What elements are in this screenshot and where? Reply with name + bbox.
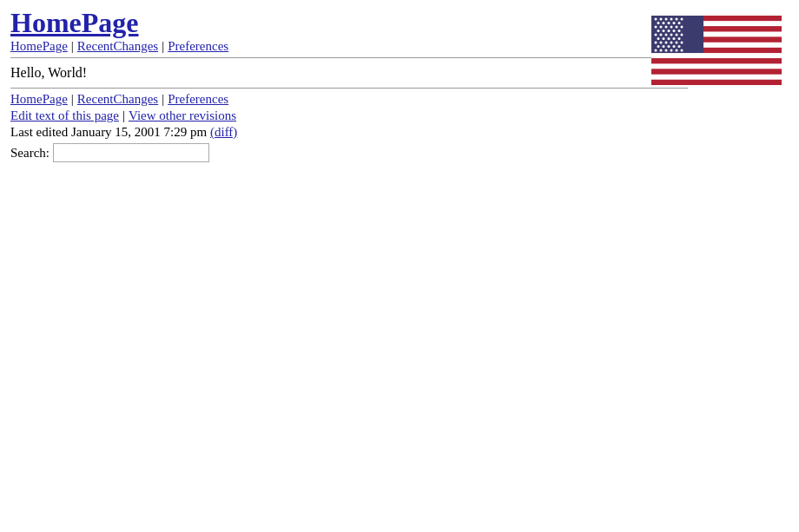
search-label: Search: <box>10 146 50 161</box>
svg-point-58 <box>655 49 657 52</box>
nav-sep-2: | <box>162 39 164 54</box>
svg-point-40 <box>676 34 678 36</box>
svg-point-39 <box>670 34 673 36</box>
svg-point-21 <box>663 22 665 24</box>
svg-point-56 <box>673 45 676 48</box>
diff-link[interactable]: (diff) <box>210 125 237 139</box>
svg-point-14 <box>655 18 657 21</box>
svg-point-47 <box>655 42 657 44</box>
svg-point-18 <box>676 18 678 21</box>
svg-point-51 <box>676 42 678 44</box>
svg-point-53 <box>657 45 660 48</box>
svg-rect-11 <box>651 75 782 80</box>
footer-nav-homepage[interactable]: HomePage <box>10 92 68 107</box>
svg-rect-12 <box>651 80 782 85</box>
svg-point-63 <box>681 49 683 52</box>
svg-point-38 <box>665 34 668 36</box>
nav-homepage[interactable]: HomePage <box>10 39 68 54</box>
footer-nav-recentchanges[interactable]: RecentChanges <box>77 92 158 107</box>
svg-rect-9 <box>651 63 782 69</box>
svg-point-44 <box>668 37 670 40</box>
search-row: Search: <box>10 143 789 162</box>
nav-preferences[interactable]: Preferences <box>168 39 228 54</box>
svg-point-45 <box>673 37 676 40</box>
svg-point-35 <box>678 30 681 32</box>
svg-point-27 <box>665 26 668 29</box>
svg-point-23 <box>673 22 676 24</box>
svg-point-17 <box>670 18 673 21</box>
svg-point-49 <box>665 42 668 44</box>
edit-text-link[interactable]: Edit text of this page <box>10 108 119 123</box>
top-divider <box>10 57 688 58</box>
svg-point-36 <box>655 34 657 36</box>
svg-rect-10 <box>651 69 782 75</box>
svg-point-15 <box>660 18 663 21</box>
svg-rect-8 <box>651 58 782 63</box>
footer-nav: HomePage | RecentChanges | Preferences <box>10 92 789 107</box>
svg-point-59 <box>660 49 663 52</box>
svg-point-16 <box>665 18 668 21</box>
svg-point-29 <box>676 26 678 29</box>
bottom-divider <box>10 88 688 89</box>
svg-point-28 <box>670 26 673 29</box>
svg-rect-7 <box>651 53 782 58</box>
svg-point-32 <box>663 30 665 32</box>
last-edited-row: Last edited January 15, 2001 7:29 pm (di… <box>10 125 789 140</box>
svg-point-26 <box>660 26 663 29</box>
svg-point-62 <box>676 49 678 52</box>
us-flag <box>651 16 782 85</box>
svg-point-50 <box>670 42 673 44</box>
svg-point-48 <box>660 42 663 44</box>
nav-recentchanges[interactable]: RecentChanges <box>77 39 158 54</box>
svg-point-20 <box>657 22 660 24</box>
svg-point-46 <box>678 37 681 40</box>
footer-nav-sep-2: | <box>162 92 164 107</box>
svg-point-57 <box>678 45 681 48</box>
svg-point-19 <box>681 18 683 21</box>
nav-sep-1: | <box>71 39 74 54</box>
svg-point-43 <box>663 37 665 40</box>
footer-nav-sep-1: | <box>71 92 74 107</box>
svg-point-33 <box>668 30 670 32</box>
view-revisions-link[interactable]: View other revisions <box>129 108 236 123</box>
svg-point-52 <box>681 42 683 44</box>
footer-actions: Edit text of this page | View other revi… <box>10 108 789 123</box>
svg-point-55 <box>668 45 670 48</box>
svg-point-61 <box>670 49 673 52</box>
svg-point-54 <box>663 45 665 48</box>
svg-point-60 <box>665 49 668 52</box>
svg-point-30 <box>681 26 683 29</box>
action-sep: | <box>122 108 125 123</box>
svg-point-25 <box>655 26 657 29</box>
svg-point-24 <box>678 22 681 24</box>
search-input[interactable] <box>53 143 209 162</box>
svg-point-41 <box>681 34 683 36</box>
svg-point-22 <box>668 22 670 24</box>
svg-point-31 <box>657 30 660 32</box>
last-edited-text: Last edited January 15, 2001 7:29 pm <box>10 125 207 139</box>
hello-text: Hello, World! <box>10 65 87 80</box>
svg-point-42 <box>657 37 660 40</box>
svg-point-37 <box>660 34 663 36</box>
footer-nav-preferences[interactable]: Preferences <box>168 92 228 107</box>
svg-point-34 <box>673 30 676 32</box>
